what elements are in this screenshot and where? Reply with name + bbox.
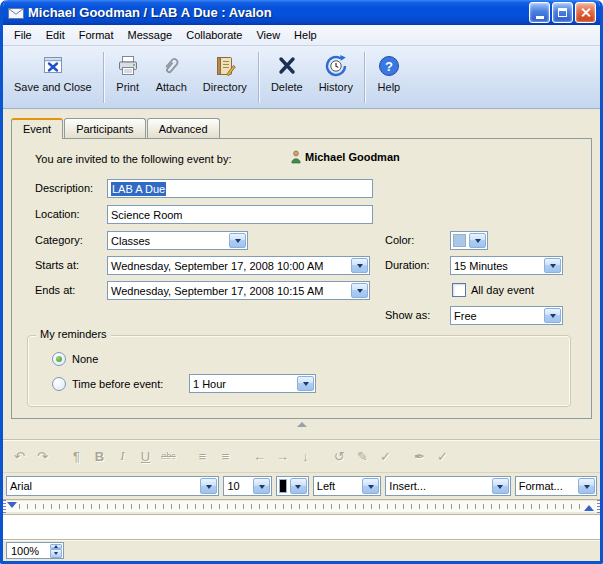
spinner-down-icon[interactable]	[50, 549, 62, 558]
menu-view[interactable]: View	[249, 27, 287, 43]
bold-icon[interactable]: B	[88, 445, 111, 467]
my-reminders-label: My reminders	[36, 328, 111, 340]
menu-edit[interactable]: Edit	[39, 27, 72, 43]
all-day-checkbox[interactable]	[452, 283, 466, 297]
delete-button[interactable]: Delete	[263, 49, 311, 106]
color-combo[interactable]	[450, 231, 488, 250]
font-color-swatch	[279, 479, 286, 493]
help-button[interactable]: ? Help	[369, 49, 409, 106]
pane-splitter[interactable]	[3, 419, 600, 429]
time-before-value: 1 Hour	[190, 375, 296, 392]
envelope-icon	[8, 6, 24, 20]
print-icon	[116, 53, 140, 79]
decrease-indent-icon[interactable]: ←	[248, 445, 271, 467]
pen-icon[interactable]: ✒	[408, 445, 431, 467]
format-combo[interactable]: Format...	[515, 476, 597, 496]
ruler-ticks	[19, 504, 584, 509]
collapse-arrow-icon	[297, 422, 307, 427]
reminder-none-option[interactable]: None	[52, 352, 98, 366]
increase-indent-icon[interactable]: →	[271, 445, 294, 467]
left-indent-marker[interactable]	[7, 502, 17, 508]
location-input[interactable]: Science Room	[107, 205, 373, 224]
redo-icon[interactable]: ↷	[31, 445, 54, 467]
duration-combo[interactable]: 15 Minutes	[450, 256, 563, 275]
bullet-list-icon[interactable]: ≡	[191, 445, 214, 467]
show-as-label: Show as:	[385, 309, 430, 321]
window-title: Michael Goodman / LAB A Due : Avalon	[28, 5, 527, 20]
chevron-down-icon	[297, 376, 314, 391]
all-day-label: All day event	[471, 284, 534, 296]
menu-message[interactable]: Message	[121, 27, 180, 43]
font-color-combo[interactable]	[276, 476, 308, 496]
description-value: LAB A Due	[111, 182, 166, 196]
attach-button[interactable]: Attach	[148, 49, 195, 106]
menu-file[interactable]: File	[7, 27, 39, 43]
minimize-button[interactable]	[529, 2, 550, 23]
organizer: Michael Goodman	[291, 150, 400, 164]
reminder-time-before-option[interactable]: Time before event:	[52, 377, 163, 391]
alignment-combo[interactable]: Left	[313, 476, 382, 496]
close-icon	[580, 7, 591, 18]
history-button[interactable]: History	[311, 49, 361, 106]
right-indent-marker[interactable]	[584, 505, 594, 511]
zoom-spinner[interactable]	[50, 543, 63, 558]
chevron-down-icon	[253, 478, 270, 494]
my-reminders-group: My reminders None Time before event: 1 H…	[27, 335, 571, 407]
show-as-value: Free	[451, 307, 543, 324]
numbered-list-icon[interactable]: ≡	[214, 445, 237, 467]
time-before-combo[interactable]: 1 Hour	[189, 374, 316, 393]
color-label: Color:	[385, 234, 414, 246]
history-icon	[324, 53, 348, 79]
underline-icon[interactable]: U	[134, 445, 157, 467]
tab-participants[interactable]: Participants	[64, 118, 145, 138]
starts-at-combo[interactable]: Wednesday, September 17, 2008 10:00 AM	[107, 256, 370, 275]
starts-at-value: Wednesday, September 17, 2008 10:00 AM	[108, 257, 350, 274]
print-button[interactable]: Print	[108, 49, 148, 106]
message-body-editor[interactable]	[3, 515, 600, 540]
radio-unselected-icon[interactable]	[52, 377, 66, 391]
category-combo[interactable]: Classes	[107, 231, 248, 250]
zoom-control[interactable]: 100%	[6, 542, 64, 559]
description-input[interactable]: LAB A Due	[107, 179, 373, 198]
chevron-down-icon	[200, 478, 217, 494]
zoom-value: 100%	[7, 543, 50, 558]
menu-collaborate[interactable]: Collaborate	[179, 27, 249, 43]
font-name-combo[interactable]: Arial	[6, 476, 219, 496]
paragraph-marks-icon[interactable]: ¶	[65, 445, 88, 467]
line-spacing-icon[interactable]: ↓	[294, 445, 317, 467]
accept-mark-icon[interactable]: ✓	[374, 445, 397, 467]
tab-strip: Event Participants Advanced	[11, 118, 600, 138]
ends-at-combo[interactable]: Wednesday, September 17, 2008 10:15 AM	[107, 281, 370, 300]
main-toolbar: Save and Close Print	[3, 46, 600, 109]
show-as-combo[interactable]: Free	[450, 306, 563, 325]
strikethrough-icon[interactable]: abc	[157, 445, 180, 467]
tab-advanced[interactable]: Advanced	[147, 118, 220, 138]
toolbar-separator	[258, 52, 260, 103]
chevron-down-icon	[229, 233, 246, 248]
menu-help[interactable]: Help	[287, 27, 324, 43]
ends-at-value: Wednesday, September 17, 2008 10:15 AM	[108, 282, 350, 299]
description-label: Description:	[35, 182, 93, 194]
italic-icon[interactable]: I	[111, 445, 134, 467]
event-tab-panel: You are invited to the following event b…	[11, 138, 592, 419]
alignment-value: Left	[314, 477, 362, 495]
font-size-combo[interactable]: 10	[223, 476, 272, 496]
titlebar[interactable]: Michael Goodman / LAB A Due : Avalon	[3, 0, 600, 25]
maximize-button[interactable]	[552, 2, 573, 23]
radio-selected-icon[interactable]	[52, 352, 66, 366]
save-and-close-button[interactable]: Save and Close	[6, 49, 100, 106]
undo-icon[interactable]: ↶	[8, 445, 31, 467]
insert-combo[interactable]: Insert...	[385, 476, 510, 496]
close-button[interactable]	[575, 2, 596, 23]
tab-event[interactable]: Event	[11, 118, 63, 139]
organizer-name: Michael Goodman	[305, 151, 400, 163]
maximize-icon	[558, 8, 567, 17]
category-value: Classes	[108, 232, 228, 249]
directory-button[interactable]: Directory	[195, 49, 255, 106]
rotate-icon[interactable]: ↺	[328, 445, 351, 467]
pencil-icon[interactable]: ✎	[351, 445, 374, 467]
menu-format[interactable]: Format	[72, 27, 121, 43]
person-icon	[291, 150, 301, 164]
chevron-down-icon	[469, 233, 486, 248]
spell-check-icon[interactable]: ✓	[431, 445, 454, 467]
